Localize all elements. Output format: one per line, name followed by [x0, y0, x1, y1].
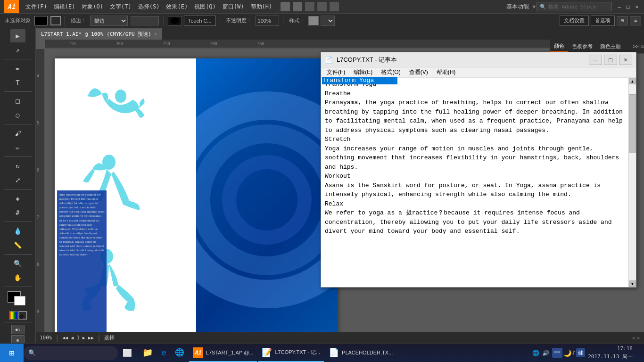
taskbar-item-illustrator[interactable]: Ai L7START_1.AI* @...: [189, 344, 257, 362]
taskbar-item-browser[interactable]: e: [157, 344, 170, 362]
svg-text:7: 7: [37, 215, 39, 220]
task-view-btn[interactable]: ⬜: [118, 344, 137, 362]
menu-help[interactable]: 帮助(H): [248, 2, 275, 12]
menu-view[interactable]: 视图(Q): [191, 2, 219, 12]
top-menubar: Ai 文件(F) 编辑(E) 对象(O) 文字(T) 选择(S) 效果(E) 视…: [0, 0, 644, 13]
doc-tab-main[interactable]: L7START_1.AI* @ 100% (CMYK/GPU 预选) ×: [36, 28, 162, 40]
notepad-minimize-btn[interactable]: —: [589, 55, 602, 65]
notepad-maximize-btn[interactable]: □: [604, 55, 617, 65]
zoom-display: 100%: [40, 335, 52, 341]
stroke-label: 描边：: [69, 16, 88, 25]
menu-text[interactable]: 文字(T): [107, 2, 134, 12]
clock-display[interactable]: 17:18 2017.11.13 周一: [588, 345, 633, 361]
menu-edit[interactable]: 编辑(E): [51, 2, 78, 12]
nav-prev-btn[interactable]: ◀◀: [62, 335, 68, 340]
close-app-btn[interactable]: ✕: [633, 3, 640, 11]
measure-tool[interactable]: 📏: [10, 239, 25, 252]
mesh-tool[interactable]: #: [10, 206, 25, 219]
np-menu-help[interactable]: 帮助(H): [433, 67, 460, 77]
svg-text:350: 350: [257, 42, 264, 46]
direct-select-tool[interactable]: ↗: [10, 43, 25, 57]
fill-color[interactable]: [34, 16, 48, 25]
notepad-scrollbar[interactable]: ▲ ▼: [628, 78, 636, 287]
stroke-select[interactable]: 描边: [90, 16, 128, 26]
eyedropper-tool[interactable]: 💧: [10, 224, 25, 238]
menu-file[interactable]: 文件(F): [23, 2, 50, 12]
fill-swatch[interactable]: [168, 16, 182, 25]
tab-bar: L7START_1.AI* @ 100% (CMYK/GPU 预选) ×: [36, 27, 644, 40]
taskbar-item-notepad2[interactable]: 📄 PLACEHOLDER.TX...: [325, 344, 396, 362]
notepad-close-btn[interactable]: ✕: [619, 55, 632, 65]
panel-expand-icon[interactable]: >>: [633, 44, 639, 49]
svg-text:5: 5: [37, 121, 39, 125]
workspace-label[interactable]: 基本功能: [504, 2, 532, 12]
rectangle-tool[interactable]: □: [10, 94, 25, 107]
arrange-btn[interactable]: ⊞: [617, 16, 628, 25]
color-mode-btn[interactable]: [9, 311, 17, 320]
network-icon[interactable]: 🌐: [532, 350, 539, 356]
opacity-label: 不透明度：: [224, 16, 254, 25]
minimize-app-btn[interactable]: —: [616, 3, 623, 11]
rotate-tool[interactable]: ↻: [10, 159, 25, 173]
panel-icon-2: [293, 2, 302, 11]
np-menu-edit[interactable]: 编辑(E): [350, 67, 376, 77]
taskbar-item-browser2[interactable]: 🌐: [171, 344, 188, 362]
doc-settings-btn[interactable]: 文档设置: [560, 16, 589, 26]
style-select[interactable]: [321, 16, 335, 26]
toolbar: 未选择对象 描边： 描边 Touch C... 不透明度： 100% 样式： 文…: [0, 13, 644, 27]
color-tab[interactable]: 颜色: [550, 41, 568, 52]
type-tool[interactable]: T: [10, 76, 25, 89]
left-tools-panel: ▶ ↗ ✒ T □ ○ 🖌 ✏ ↻ ⤢ ◈ # 💧 📏 🔍 ✋ ⊘ ●○ ▣: [0, 27, 36, 353]
blend-tool[interactable]: ◈: [10, 192, 25, 205]
svg-text:200: 200: [116, 42, 123, 46]
artboard-right: [196, 58, 338, 348]
np-menu-file[interactable]: 文件(F): [323, 67, 349, 77]
touch-button[interactable]: Touch C...: [184, 16, 216, 26]
nav-next-btn[interactable]: ▶▶: [88, 335, 94, 340]
style-swatch[interactable]: [308, 16, 319, 25]
menu-effect[interactable]: 效果(E): [163, 2, 190, 12]
bg-color[interactable]: [14, 296, 25, 305]
menu-object[interactable]: 对象(O): [79, 2, 106, 12]
opacity-input[interactable]: 100%: [256, 16, 279, 26]
tab-close-btn[interactable]: ×: [154, 32, 157, 37]
zoom-tool[interactable]: 🔍: [10, 257, 25, 270]
color-swatches[interactable]: [8, 291, 28, 308]
panel-icon-4: [317, 2, 327, 11]
preferences-btn[interactable]: 首选项: [591, 16, 615, 26]
select-tool[interactable]: ▶: [10, 29, 25, 42]
ime-chinese-indicator[interactable]: 中: [552, 348, 562, 358]
paintbrush-tool[interactable]: 🖌: [10, 127, 25, 140]
np-menu-view[interactable]: 查看(V): [405, 67, 432, 77]
health-indicator[interactable]: 健: [576, 348, 585, 357]
ai-logo: Ai: [4, 0, 19, 13]
theme-tab[interactable]: 颜色主题: [596, 41, 625, 52]
none-btn[interactable]: ⊘: [18, 311, 27, 320]
swatch-tab[interactable]: 色板参考: [568, 41, 596, 52]
maximize-app-btn[interactable]: □: [625, 3, 632, 11]
notepad-text-area[interactable]: <span class="np-selected">Transform Yoga…: [321, 78, 628, 287]
nav-back-btn[interactable]: ◀: [71, 335, 74, 340]
np-menu-format[interactable]: 格式(O): [377, 67, 404, 77]
menu-window[interactable]: 窗口(W): [220, 2, 247, 12]
start-button[interactable]: ⊞: [0, 344, 24, 362]
notepad1-icon: 📝: [262, 347, 272, 357]
scale-tool[interactable]: ⤢: [10, 173, 25, 187]
menu-select[interactable]: 选择(S): [135, 2, 163, 12]
volume-icon[interactable]: 🔊: [542, 350, 549, 356]
pencil-tool[interactable]: ✏: [10, 141, 25, 154]
taskbar-search-box[interactable]: 🔍: [24, 346, 118, 360]
ellipse-tool[interactable]: ○: [10, 108, 25, 122]
nav-fwd-btn[interactable]: ▶: [83, 335, 85, 340]
taskbar-item-file-explorer[interactable]: 📁: [139, 344, 157, 362]
options-btn[interactable]: ≡: [630, 16, 641, 25]
panel-menu-icon[interactable]: ≡: [641, 43, 644, 50]
illustrator-taskbar-icon: Ai: [193, 347, 203, 358]
taskbar-item-notepad1[interactable]: 📝 L7COPY.TXT - 记...: [258, 344, 324, 362]
search-bar[interactable]: 🔍 搜索 Adobe Stock: [537, 2, 612, 11]
show-desktop-btn[interactable]: [636, 344, 639, 362]
pen-tool[interactable]: ✒: [10, 62, 25, 75]
stroke-color[interactable]: [50, 16, 61, 25]
hand-tool[interactable]: ✋: [10, 271, 25, 284]
fill-stroke-toggle[interactable]: ●○: [11, 325, 25, 334]
